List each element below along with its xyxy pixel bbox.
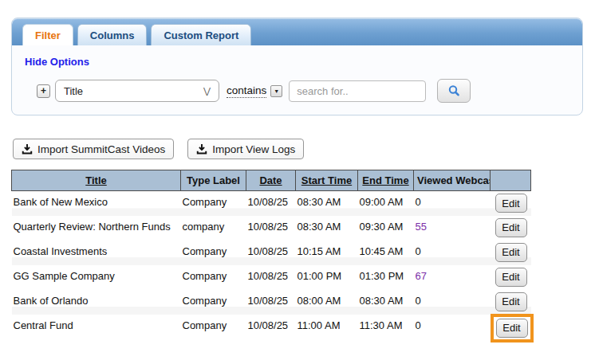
column-header-label: Type Label: [187, 174, 240, 186]
cell-title: Bank of New Mexico: [12, 191, 181, 216]
cell-type-label: Company: [181, 315, 246, 339]
filter-field-select[interactable]: Title ⋁: [55, 80, 219, 102]
column-header-label[interactable]: Date: [259, 174, 282, 186]
search-button[interactable]: [437, 79, 471, 103]
cell-viewed-webcast: 67: [414, 265, 491, 290]
column-header-viewed-webcast: Viewed Webcast: [414, 170, 491, 191]
tab-custom-report[interactable]: Custom Report: [151, 24, 251, 45]
cell-start-time: 10:15 AM: [296, 241, 358, 265]
cell-viewed-webcast: 55: [414, 216, 491, 241]
import-view-logs-button[interactable]: Import View Logs: [187, 139, 304, 159]
table-row: Coastal InvestmentsCompany10/08/2510:15 …: [12, 241, 531, 265]
viewed-count-link[interactable]: 55: [416, 221, 427, 233]
table-row: Bank of New MexicoCompany10/08/2508:30 A…: [12, 191, 531, 216]
search-input[interactable]: [289, 80, 426, 102]
cell-end-time: 09:00 AM: [358, 191, 414, 216]
column-header-label[interactable]: Start Time: [301, 174, 352, 186]
edit-button[interactable]: Edit: [495, 243, 527, 262]
table-row: Bank of OrlandoCompany10/08/2508:00 AM08…: [12, 290, 531, 315]
cell-actions: Edit: [491, 290, 531, 315]
column-header-start-time[interactable]: Start Time: [296, 170, 358, 191]
cell-viewed-webcast: 0: [414, 290, 491, 315]
webcast-report-table: TitleType LabelDateStart TimeEnd TimeVie…: [11, 170, 531, 339]
import-view-logs-label: Import View Logs: [212, 143, 295, 155]
cell-actions: Edit: [491, 315, 531, 339]
import-summitcast-videos-button[interactable]: Import SummitCast Videos: [13, 139, 174, 159]
cell-viewed-webcast: 0: [414, 315, 491, 339]
column-header-label[interactable]: Title: [85, 174, 107, 186]
column-header-label[interactable]: End Time: [362, 174, 408, 186]
edit-button[interactable]: Edit: [495, 268, 527, 287]
column-header-title[interactable]: Title: [12, 170, 181, 191]
filter-field-select-value: Title: [64, 85, 83, 97]
table-row: Central FundCompany10/08/2511:00 AM11:30…: [12, 315, 531, 339]
column-header-label: Viewed Webcast: [417, 174, 491, 186]
cell-type-label: company: [181, 216, 246, 241]
column-header-date[interactable]: Date: [246, 170, 296, 191]
cell-actions: Edit: [491, 265, 531, 290]
cell-date: 10/08/25: [246, 290, 296, 315]
cell-title: GG Sample Company: [12, 265, 181, 290]
cell-start-time: 08:00 AM: [296, 290, 358, 315]
column-header-type-label: Type Label: [181, 170, 246, 191]
edit-button[interactable]: Edit: [495, 194, 527, 213]
edit-button[interactable]: Edit: [495, 218, 527, 237]
cell-viewed-webcast: 0: [414, 241, 491, 265]
table-row: GG Sample CompanyCompany10/08/2501:00 PM…: [12, 265, 531, 290]
tab-columns[interactable]: Columns: [77, 24, 148, 45]
cell-actions: Edit: [491, 216, 531, 241]
cell-title: Quarterly Review: Northern Funds: [12, 216, 181, 241]
edit-button[interactable]: Edit: [496, 319, 528, 338]
cell-date: 10/08/25: [246, 315, 296, 339]
filter-panel-body: Hide Options + Title ⋁ contains ▼: [12, 45, 582, 103]
magnifier-icon: [447, 84, 460, 97]
cell-start-time: 08:30 AM: [296, 216, 358, 241]
column-header-actions: [491, 170, 531, 191]
import-summitcast-videos-label: Import SummitCast Videos: [37, 143, 165, 155]
hide-options-link[interactable]: Hide Options: [25, 56, 89, 68]
edit-button[interactable]: Edit: [495, 292, 527, 311]
cell-type-label: Company: [181, 290, 246, 315]
column-header-end-time[interactable]: End Time: [358, 170, 414, 191]
viewed-count-link[interactable]: 67: [416, 270, 427, 282]
cell-title: Central Fund: [12, 315, 181, 339]
cell-start-time: 11:00 AM: [296, 315, 358, 339]
triangle-down-icon: ▼: [274, 88, 279, 94]
cell-end-time: 10:45 AM: [358, 241, 414, 265]
tab-filter[interactable]: Filter: [22, 24, 73, 45]
cell-end-time: 01:30 PM: [358, 265, 414, 290]
cell-type-label: Company: [181, 241, 246, 265]
cell-start-time: 08:30 AM: [296, 191, 358, 216]
add-filter-button[interactable]: +: [37, 84, 50, 98]
download-icon: [196, 143, 207, 155]
download-icon: [22, 143, 33, 155]
table-row: Quarterly Review: Northern Fundscompany1…: [12, 216, 531, 241]
cell-end-time: 11:30 AM: [358, 315, 414, 339]
chevron-down-icon: ⋁: [203, 86, 211, 96]
filter-criteria-row: + Title ⋁ contains ▼: [37, 79, 569, 103]
highlight-box: Edit: [491, 314, 534, 342]
cell-start-time: 01:00 PM: [296, 265, 358, 290]
cell-date: 10/08/25: [246, 216, 296, 241]
filter-panel: Filter Columns Custom Report Hide Option…: [11, 18, 583, 115]
cell-date: 10/08/25: [246, 191, 296, 216]
cell-viewed-webcast: 0: [414, 191, 491, 216]
filter-operator-dropdown-button[interactable]: ▼: [270, 85, 282, 97]
cell-type-label: Company: [181, 191, 246, 216]
cell-title: Coastal Investments: [12, 241, 181, 265]
filter-operator-label[interactable]: contains: [227, 84, 266, 98]
cell-end-time: 08:30 AM: [358, 290, 414, 315]
cell-end-time: 09:30 AM: [358, 216, 414, 241]
import-toolbar: Import SummitCast Videos Import View Log…: [13, 139, 304, 159]
tab-bar: Filter Columns Custom Report: [12, 18, 582, 45]
table-header-row: TitleType LabelDateStart TimeEnd TimeVie…: [12, 170, 531, 191]
cell-actions: Edit: [491, 241, 531, 265]
cell-date: 10/08/25: [246, 241, 296, 265]
cell-title: Bank of Orlando: [12, 290, 181, 315]
cell-actions: Edit: [491, 191, 531, 216]
cell-date: 10/08/25: [246, 265, 296, 290]
cell-type-label: Company: [181, 265, 246, 290]
